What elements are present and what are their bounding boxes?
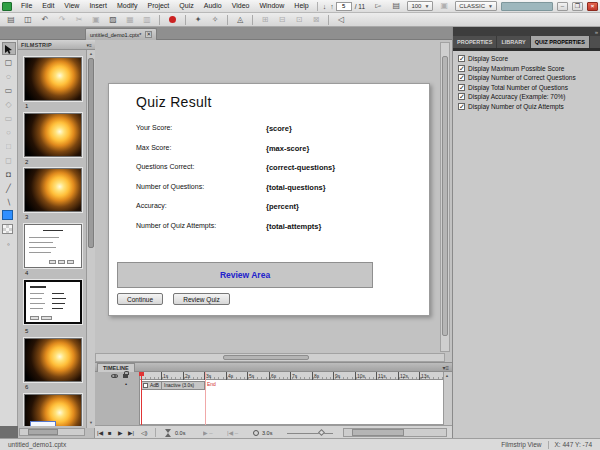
total-questions-label[interactable]: Number of Questions: — [136, 183, 204, 190]
save-icon[interactable]: ◫ — [21, 14, 35, 26]
max-score-value[interactable]: {max-score} — [266, 144, 309, 153]
restore-button[interactable]: ❐ — [572, 2, 583, 11]
menu-help[interactable]: Help — [289, 0, 313, 12]
timeline-ruler[interactable]: 1s 2s 3s 4s 5s 6s 7s 8s 9s 10s 11s 12s 1… — [140, 372, 443, 380]
caption-tool[interactable]: ▢ — [2, 56, 16, 69]
slide-thumbnail-1[interactable] — [24, 57, 82, 101]
timeline-horizontal-scrollbar[interactable] — [343, 428, 447, 437]
end-marker-line[interactable] — [205, 372, 206, 425]
checkbox-checked[interactable]: ✓ — [458, 103, 465, 110]
option-display-quiz-attempts[interactable]: ✓ Display Number of Quiz Attempts — [458, 103, 564, 110]
menu-view[interactable]: View — [59, 0, 84, 12]
accuracy-label[interactable]: Accuracy: — [136, 202, 167, 209]
option-display-accuracy[interactable]: ✓ Display Accuracy (Example: 70%) — [458, 93, 566, 100]
quiz-attempts-value[interactable]: {total-attempts} — [266, 222, 321, 231]
tab-library[interactable]: LIBRARY — [497, 36, 530, 48]
line-tool[interactable]: ╱ — [2, 182, 16, 195]
option-display-correct-questions[interactable]: ✓ Display Number of Correct Questions — [458, 74, 576, 81]
scroll-up-icon[interactable]: ▲ — [445, 373, 449, 378]
go-to-end-button[interactable]: ▶| — [128, 429, 134, 437]
selection-tool[interactable] — [2, 42, 16, 55]
filmstrip-header[interactable]: FILMSTRIP ▾≡ — [18, 40, 95, 50]
menu-project[interactable]: Project — [143, 0, 175, 12]
stamp-tool[interactable]: ◘ — [2, 168, 16, 181]
checkbox-checked[interactable]: ✓ — [458, 74, 465, 81]
eye-icon[interactable] — [111, 374, 118, 378]
checkbox-unchecked[interactable] — [143, 383, 148, 388]
document-tab[interactable]: untitled_demo1.cptx* ✕ — [85, 28, 157, 40]
eyedropper-tool[interactable]: ∖ — [2, 196, 16, 209]
paste-icon[interactable]: ▨ — [106, 14, 120, 26]
scrollbar-thumb[interactable] — [442, 56, 448, 336]
menu-file[interactable]: File — [16, 0, 37, 12]
menu-window[interactable]: Window — [254, 0, 289, 12]
checkbox-checked[interactable]: ✓ — [458, 93, 465, 100]
interaction-icon[interactable]: ✧ — [208, 14, 222, 26]
workspace-select[interactable]: CLASSIC▼ — [455, 1, 497, 11]
slide-thumbnail-6[interactable] — [24, 338, 82, 382]
quiz-result-title[interactable]: Quiz Result — [136, 94, 212, 110]
filmstrip-vertical-scrollbar[interactable]: ▲ ▼ — [86, 50, 95, 428]
review-area[interactable]: Review Area — [117, 262, 373, 288]
timeline-tab[interactable]: TIMELINE — [97, 363, 135, 372]
menu-audio[interactable]: Audio — [199, 0, 227, 12]
scrollbar-thumb[interactable] — [88, 58, 94, 248]
continue-button[interactable]: Continue — [117, 293, 163, 305]
minimize-button[interactable]: – — [557, 2, 568, 11]
play-button[interactable]: ▶ — [118, 429, 123, 437]
slide-stage[interactable]: Quiz Result Your Score: {score} Max Scor… — [108, 83, 430, 316]
tab-quiz-properties[interactable]: QUIZ PROPERTIES — [531, 36, 590, 48]
slide-thumbnail-5-selected[interactable] — [24, 280, 82, 324]
canvas-vertical-scrollbar[interactable] — [440, 42, 450, 352]
checkbox-checked[interactable]: ✓ — [458, 65, 465, 72]
record-icon[interactable] — [169, 16, 176, 23]
menu-quiz[interactable]: Quiz — [174, 0, 198, 12]
previous-slide-icon[interactable]: ↓ — [321, 3, 329, 10]
canvas-horizontal-scrollbar[interactable] — [95, 353, 445, 362]
close-button[interactable]: × — [587, 2, 598, 11]
next-slide-icon[interactable]: ↑ — [328, 3, 336, 10]
scrollbar-thumb[interactable] — [223, 355, 309, 360]
slide-thumbnail-4[interactable] — [24, 224, 82, 268]
close-tab-icon[interactable]: ✕ — [145, 31, 152, 38]
review-quiz-button[interactable]: Review Quiz — [173, 293, 230, 305]
go-to-start-button[interactable]: |◀ — [97, 429, 103, 437]
score-label[interactable]: Your Score: — [136, 124, 172, 131]
playhead-handle[interactable] — [139, 372, 144, 376]
swap-colors-icon[interactable]: ◦ — [2, 238, 16, 251]
max-score-label[interactable]: Max Score: — [136, 144, 171, 151]
slide-thumbnail-3[interactable] — [24, 168, 82, 212]
menu-edit[interactable]: Edit — [37, 0, 59, 12]
option-display-score[interactable]: ✓ Display Score — [458, 55, 508, 62]
panel-menu-icon[interactable]: ▾≡ — [87, 42, 92, 48]
playhead[interactable] — [141, 372, 142, 425]
total-questions-value[interactable]: {total-questions} — [266, 183, 326, 192]
mouse-capture-icon[interactable]: ✦ — [191, 14, 205, 26]
scrollbar-thumb[interactable] — [28, 429, 58, 435]
filmstrip-horizontal-scrollbar[interactable] — [19, 428, 85, 436]
questions-correct-value[interactable]: {correct-questions} — [266, 163, 335, 172]
timeline-object-bar[interactable]: AdB Inactive (3.0s) — [141, 381, 205, 390]
publish-icon[interactable]: ◬ — [233, 14, 247, 26]
stop-button[interactable]: ■ — [108, 429, 112, 437]
collapse-panels-icon[interactable]: » — [595, 29, 598, 35]
checkbox-checked[interactable]: ✓ — [458, 84, 465, 91]
panel-menu-icon[interactable]: ▾≡ — [442, 364, 449, 371]
rollover-tool[interactable]: ◌ — [2, 70, 16, 83]
audio-toolbar-icon[interactable]: ◁ — [334, 14, 348, 26]
zoom-select[interactable]: 100▼ — [407, 1, 433, 11]
workspace-search-input[interactable] — [501, 2, 553, 11]
scroll-down-icon[interactable]: ▼ — [89, 420, 93, 425]
slide-number-input[interactable] — [336, 2, 352, 11]
lock-icon[interactable] — [123, 374, 128, 378]
score-value[interactable]: {score} — [266, 124, 292, 133]
questions-correct-label[interactable]: Questions Correct: — [136, 163, 194, 170]
scrollbar-thumb[interactable] — [352, 429, 404, 436]
publish-folder-icon[interactable]: ▤ — [389, 0, 403, 12]
timeline-zoom-slider[interactable] — [287, 433, 333, 434]
highlight-box-tool[interactable]: ▭ — [2, 84, 16, 97]
timeline-vertical-scrollbar[interactable]: ▲ — [443, 372, 452, 425]
open-icon[interactable]: ▤ — [4, 14, 18, 26]
accuracy-value[interactable]: {percent} — [266, 202, 299, 211]
scroll-up-icon[interactable]: ▲ — [89, 51, 93, 56]
